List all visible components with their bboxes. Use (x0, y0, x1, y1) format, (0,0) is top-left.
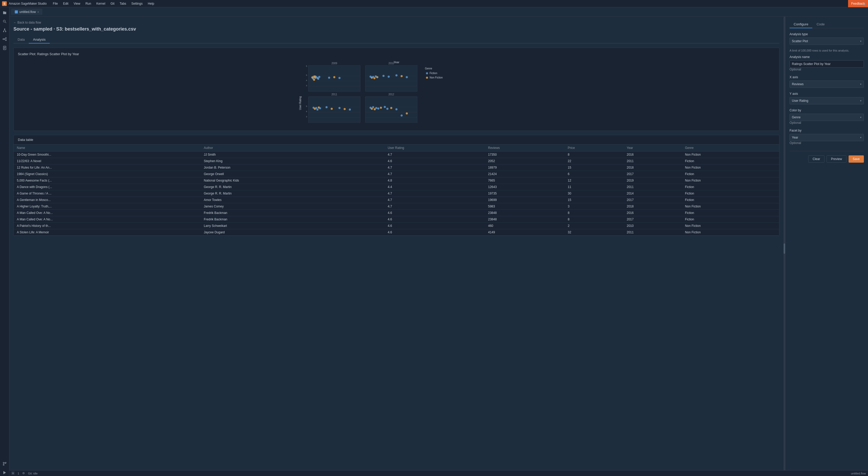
right-panel: Configure Code Analysis type Scatter Plo… (785, 17, 868, 470)
analysis-name-group: Analysis name Optional (789, 55, 864, 71)
table-row: A Higher Loyalty: Truth,...James Comey4.… (14, 203, 779, 210)
table-cell: Amor Towles (201, 197, 384, 203)
table-cell: 3 (564, 203, 624, 210)
analysis-name-input[interactable] (789, 60, 864, 68)
sidebar-icon-deploy[interactable] (1, 469, 8, 476)
x-axis-label: X axis (789, 76, 864, 79)
table-cell: 460 (485, 223, 565, 229)
tab-untitled-flow[interactable]: ~ untitled.flow × (11, 9, 42, 15)
sidebar-icon-git[interactable] (1, 27, 8, 34)
clear-button[interactable]: Clear (808, 155, 825, 162)
table-cell: 2017 (624, 171, 682, 177)
svg-point-44 (328, 77, 330, 79)
svg-point-45 (333, 76, 335, 78)
tab-data[interactable]: Data (13, 36, 29, 43)
y-axis-select[interactable]: User Rating Reviews Price Year (789, 97, 864, 105)
panel-tab-configure[interactable]: Configure (789, 21, 812, 28)
svg-point-66 (426, 77, 428, 79)
table-cell: 4.6 (384, 158, 485, 165)
x-axis-select[interactable]: Reviews User Rating Price Year (789, 81, 864, 88)
table-cell: Fredrik Backman (201, 210, 384, 216)
svg-rect-47 (365, 65, 417, 91)
sidebar-icon-branch[interactable] (1, 460, 8, 467)
menu-file[interactable]: File (51, 1, 60, 6)
col-header-genre: Genre (682, 145, 779, 151)
tab-close-icon[interactable]: × (37, 10, 39, 13)
svg-marker-22 (3, 471, 6, 474)
table-cell: Non Fiction (682, 229, 779, 236)
tab-icon: ~ (15, 10, 18, 13)
svg-text:4: 4 (306, 110, 307, 113)
table-cell: 2018 (624, 165, 682, 171)
table-cell: 4.6 (384, 223, 485, 229)
svg-rect-87 (365, 97, 417, 122)
scrollbar[interactable] (783, 17, 785, 470)
table-cell: 2 (564, 223, 624, 229)
svg-point-4 (4, 29, 5, 30)
table-cell: 8 (564, 216, 624, 223)
svg-point-46 (338, 77, 341, 79)
color-by-optional: Optional (789, 121, 864, 125)
menu-run[interactable]: Run (83, 1, 93, 6)
table-cell: A Stolen Life: A Memoir (14, 229, 201, 236)
app-icon: S (2, 1, 7, 6)
status-indicator: S (11, 472, 14, 475)
svg-text:2012: 2012 (389, 93, 394, 96)
y-axis-label: Y axis (789, 92, 864, 95)
table-cell: National Geographic Kids (201, 177, 384, 184)
svg-point-57 (376, 76, 378, 78)
table-cell: 2017 (624, 197, 682, 203)
color-by-select[interactable]: Genre Year None (789, 114, 864, 121)
table-cell: Non Fiction (682, 177, 779, 184)
status-bar: S 1 ⚙ Git: idle untitled.flow (9, 470, 868, 476)
menu-git[interactable]: Git (108, 1, 117, 6)
sidebar-icon-search[interactable] (1, 18, 8, 25)
svg-point-101 (390, 107, 392, 109)
status-number: 1 (18, 472, 19, 475)
data-table-container: Data table Name Author User Rating Revie… (13, 135, 779, 236)
table-cell: 22 (564, 158, 624, 165)
table-row: A Stolen Life: A MemoirJaycee Dugard4.64… (14, 229, 779, 236)
svg-point-59 (388, 76, 390, 78)
table-cell: Jordan B. Peterson (201, 165, 384, 171)
facet-by-select[interactable]: Year Genre None (789, 134, 864, 141)
svg-point-83 (331, 108, 333, 110)
menu-tabs[interactable]: Tabs (118, 1, 128, 6)
table-cell: A Patriot's History of th... (14, 223, 201, 229)
status-spacer: ⚙ (22, 472, 25, 475)
save-button[interactable]: Save (848, 155, 864, 162)
svg-point-60 (395, 74, 398, 77)
svg-point-55 (373, 77, 375, 79)
analysis-type-select[interactable]: Scatter Plot Histogram Bar Chart Box Plo… (789, 37, 864, 45)
sidebar-icon-folder[interactable] (1, 9, 8, 16)
main-panel: ← Back to data flow Source - sampled · S… (9, 17, 783, 470)
panel-tab-code[interactable]: Code (812, 21, 829, 28)
table-cell: 19699 (485, 197, 565, 203)
table-cell: 8 (564, 210, 624, 216)
tab-analysis[interactable]: Analysis (29, 36, 50, 43)
menu-edit[interactable]: Edit (61, 1, 70, 6)
panel-footer: Clear Preview Save (789, 151, 864, 162)
svg-point-97 (377, 108, 379, 110)
table-cell: 32 (564, 229, 624, 236)
table-cell: 15 (564, 165, 624, 171)
menu-settings[interactable]: Settings (129, 1, 145, 6)
table-cell: 4.4 (384, 184, 485, 190)
table-cell: 19735 (485, 190, 565, 197)
menu-help[interactable]: Help (146, 1, 156, 6)
table-cell: 4.7 (384, 197, 485, 203)
sidebar-icon-nodes[interactable] (1, 36, 8, 42)
sidebar-icon-docs[interactable] (1, 44, 8, 51)
table-cell: Fiction (682, 216, 779, 223)
table-cell: 4.7 (384, 171, 485, 177)
table-row: 11/22/63: A NovelStephen King4.620522220… (14, 158, 779, 165)
back-link[interactable]: ← Back to data flow (13, 21, 779, 24)
table-cell: 6 (564, 171, 624, 177)
data-table-title: Data table (14, 135, 779, 145)
chart-area: Year User Rating 2009 3 4 5 (18, 59, 775, 126)
page-title: Source - sampled · S3: bestsellers_with_… (13, 26, 779, 32)
preview-button[interactable]: Preview (827, 155, 846, 162)
menu-view[interactable]: View (71, 1, 82, 6)
svg-point-11 (5, 40, 6, 41)
menu-kernel[interactable]: Kernel (94, 1, 107, 6)
